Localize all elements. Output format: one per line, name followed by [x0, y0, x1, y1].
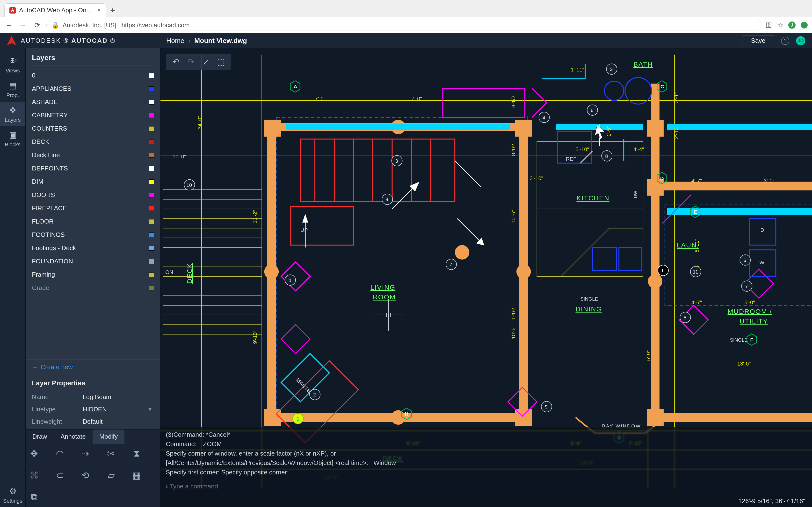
- mirror-icon[interactable]: ⧗: [131, 448, 143, 460]
- prop-lt-value[interactable]: HIDDEN: [83, 406, 154, 413]
- extend-icon[interactable]: ⇢: [79, 448, 91, 460]
- layer-row[interactable]: COUNTERS: [26, 122, 160, 135]
- rail-layers[interactable]: ❖ Layers: [0, 102, 26, 126]
- layer-row[interactable]: DOORS: [26, 188, 160, 202]
- crumb-home[interactable]: Home: [166, 37, 185, 45]
- layer-color-swatch[interactable]: [149, 193, 154, 198]
- layer-row[interactable]: CABINETRY: [26, 109, 160, 122]
- tab-modify[interactable]: Modify: [93, 430, 125, 444]
- prop-lw-label: Lineweight: [32, 418, 83, 426]
- svg-rect-18: [647, 409, 664, 426]
- layer-row[interactable]: Deck Line: [26, 149, 160, 162]
- layer-name: FLOOR: [32, 218, 54, 225]
- layer-color-swatch[interactable]: [149, 179, 154, 184]
- create-layer-button[interactable]: ＋ Create new: [26, 359, 160, 375]
- array-icon[interactable]: ▦: [131, 469, 143, 482]
- layer-color-swatch[interactable]: [149, 246, 154, 250]
- layer-row[interactable]: FOUNDATION: [26, 255, 160, 268]
- status-bar: 126'-9 5/16", 36'-7 1/16": [160, 495, 812, 507]
- tool-grid: ✥ ◠ ⇢ ✂ ⧗ ⌘ ⊂ ⟲ ▱ ▦ ⧉: [26, 444, 160, 507]
- join-icon[interactable]: ⌘: [28, 469, 40, 482]
- layer-row[interactable]: Grade: [26, 281, 160, 294]
- svg-text:1: 1: [297, 416, 299, 421]
- scale-icon[interactable]: ▱: [105, 469, 117, 482]
- svg-marker-73: [303, 215, 308, 222]
- left-bottom: Draw Annotate Modify ✥ ◠ ⇢ ✂ ⧗ ⌘ ⊂ ⟲ ▱: [26, 429, 160, 507]
- arc-icon[interactable]: ◠: [54, 448, 66, 460]
- rail-settings[interactable]: ⚙ Settings: [0, 483, 26, 507]
- layer-row[interactable]: 0: [26, 69, 160, 82]
- layer-list[interactable]: 0APPLIANCESASHADECABINETRYCOUNTERSDECKDe…: [26, 68, 160, 359]
- help-icon[interactable]: ?: [781, 37, 789, 45]
- move-icon[interactable]: ✥: [28, 448, 40, 460]
- prop-lw-value[interactable]: Default: [83, 418, 154, 426]
- prop-name-value[interactable]: Log Beam: [83, 393, 154, 401]
- layer-color-swatch[interactable]: [149, 272, 154, 277]
- offset-icon[interactable]: ⊂: [54, 469, 66, 482]
- layer-row[interactable]: ASHADE: [26, 95, 160, 109]
- trim-icon[interactable]: ✂: [105, 448, 117, 460]
- rail-blocks-label: Blocks: [5, 142, 20, 148]
- new-tab-button[interactable]: +: [106, 3, 119, 17]
- key-icon[interactable]: ⚿: [766, 21, 772, 29]
- redo-icon[interactable]: ↷: [185, 56, 197, 68]
- browser-tab[interactable]: A AutoCAD Web App - Online CA ×: [4, 3, 106, 17]
- close-tab-icon[interactable]: ×: [97, 6, 101, 14]
- save-button[interactable]: Save: [742, 35, 774, 46]
- extension-icon[interactable]: [801, 22, 808, 29]
- profile-avatar[interactable]: J: [788, 21, 796, 29]
- layer-row[interactable]: Framing: [26, 268, 160, 281]
- command-input[interactable]: [168, 481, 807, 492]
- tab-draw[interactable]: Draw: [26, 430, 54, 444]
- copy-icon[interactable]: ⧉: [28, 491, 40, 503]
- dim-4-7b: 4'-7": [692, 178, 702, 184]
- svg-point-21: [264, 264, 278, 279]
- dim-4-7: 4'-7": [692, 299, 702, 305]
- star-icon[interactable]: ☆: [777, 21, 783, 29]
- layer-color-swatch[interactable]: [149, 206, 154, 211]
- layer-color-swatch[interactable]: [149, 139, 154, 145]
- layer-color-swatch[interactable]: [149, 286, 154, 290]
- zoom-window-icon[interactable]: ⬚: [215, 56, 227, 68]
- layer-color-swatch[interactable]: [149, 113, 154, 118]
- layer-color-swatch[interactable]: [149, 73, 154, 78]
- layer-row[interactable]: APPLIANCES: [26, 82, 160, 95]
- layer-color-swatch[interactable]: [149, 166, 154, 171]
- tab-annotate[interactable]: Annotate: [54, 430, 93, 444]
- dim-10-0: 10'-0": [172, 154, 186, 160]
- layer-row[interactable]: DIM: [26, 175, 160, 188]
- zoom-extents-icon[interactable]: ⤢: [200, 56, 212, 68]
- rail-blocks[interactable]: ▣ Blocks: [0, 126, 26, 151]
- layer-row[interactable]: FLOOR: [26, 215, 160, 228]
- rotate-icon[interactable]: ⟲: [79, 469, 91, 482]
- layer-row[interactable]: DEFPOINTS: [26, 162, 160, 175]
- back-icon[interactable]: ←: [4, 20, 14, 30]
- layer-color-swatch[interactable]: [149, 219, 154, 224]
- rail-properties[interactable]: ▤ Prop.: [0, 77, 26, 101]
- layer-color-swatch[interactable]: [149, 87, 154, 91]
- layer-row[interactable]: FOOTINGS: [26, 228, 160, 241]
- svg-text:11: 11: [693, 269, 698, 275]
- layer-row[interactable]: Footings - Deck: [26, 241, 160, 255]
- svg-text:H: H: [405, 411, 408, 417]
- url-field[interactable]: 🔒 Autodesk, Inc. [US] | https://web.auto…: [46, 20, 761, 31]
- svg-point-23: [648, 274, 662, 288]
- layer-name: FOOTINGS: [32, 231, 65, 238]
- layer-name: Footings - Deck: [32, 244, 76, 252]
- user-avatar[interactable]: JD: [796, 36, 805, 45]
- layer-name: Grade: [32, 284, 49, 292]
- layer-color-swatch[interactable]: [149, 126, 154, 131]
- drawing-canvas[interactable]: ↶ ↷ ⤢ ⬚: [160, 48, 812, 495]
- layer-color-swatch[interactable]: [149, 100, 154, 105]
- layer-color-swatch[interactable]: [149, 259, 154, 264]
- undo-icon[interactable]: ↶: [170, 56, 182, 68]
- layer-row[interactable]: FIREPLACE: [26, 202, 160, 215]
- layer-color-swatch[interactable]: [149, 153, 154, 158]
- layer-row[interactable]: DECK: [26, 135, 160, 149]
- dim-11-2: 11'-2": [252, 210, 258, 223]
- reload-icon[interactable]: ⟳: [33, 20, 42, 30]
- layer-name: ASHADE: [32, 98, 58, 106]
- layer-color-swatch[interactable]: [149, 232, 154, 237]
- forward-icon[interactable]: →: [18, 20, 28, 30]
- rail-views[interactable]: 👁 Views: [0, 53, 26, 77]
